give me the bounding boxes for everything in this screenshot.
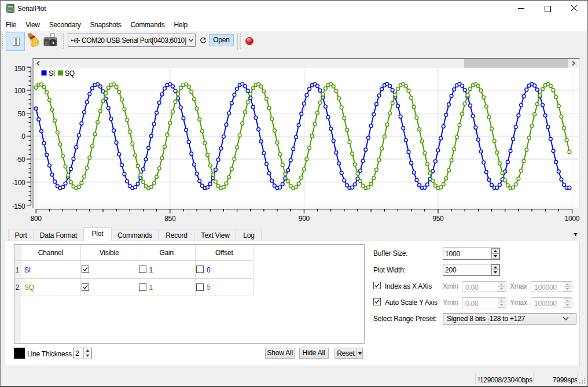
svg-text:950: 950: [432, 215, 444, 223]
svg-text:150: 150: [14, 65, 25, 73]
svg-text:-50: -50: [16, 156, 25, 164]
svg-text:800: 800: [31, 215, 42, 223]
svg-text:100: 100: [14, 87, 25, 95]
svg-text:-100: -100: [12, 179, 25, 187]
svg-text:50: 50: [18, 110, 25, 118]
svg-text:1000: 1000: [565, 215, 580, 223]
svg-text:0: 0: [21, 132, 25, 141]
svg-text:850: 850: [164, 215, 176, 223]
svg-text:900: 900: [299, 215, 310, 223]
svg-text:-150: -150: [12, 202, 25, 211]
